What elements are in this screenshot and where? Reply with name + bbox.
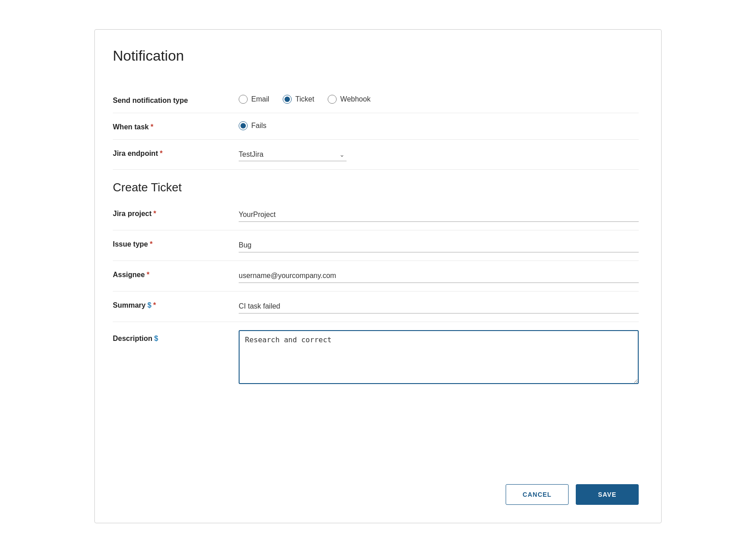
issue-type-control: [239, 238, 639, 252]
jira-project-label: Jira project *: [113, 208, 239, 218]
jira-endpoint-dropdown-container: TestJira Jira2 Jira3 ⌄: [239, 148, 347, 161]
webhook-radio-label[interactable]: Webhook: [328, 95, 370, 104]
fails-radio-label[interactable]: Fails: [239, 121, 267, 130]
ticket-radio-label[interactable]: Ticket: [283, 95, 314, 104]
assignee-input[interactable]: [239, 269, 639, 283]
page-title: Notification: [113, 48, 639, 64]
summary-row: Summary $ *: [113, 291, 639, 322]
assignee-required-star: *: [147, 271, 149, 279]
ticket-radio-text: Ticket: [295, 95, 314, 103]
issue-type-row: Issue type *: [113, 230, 639, 261]
description-label: Description $: [113, 330, 239, 343]
cancel-button[interactable]: CANCEL: [506, 484, 569, 505]
jira-endpoint-label: Jira endpoint *: [113, 148, 239, 158]
form-section: Send notification type Email Ticket Webh…: [113, 87, 639, 394]
jira-project-required-star: *: [153, 210, 156, 218]
description-textarea[interactable]: Research and correct: [239, 330, 639, 384]
assignee-control: [239, 269, 639, 283]
save-button[interactable]: SAVE: [576, 484, 639, 505]
issue-type-label: Issue type *: [113, 238, 239, 248]
jira-project-row: Jira project *: [113, 200, 639, 230]
issue-type-input[interactable]: [239, 238, 639, 252]
notification-type-control: Email Ticket Webhook: [239, 95, 639, 104]
summary-input[interactable]: [239, 300, 639, 314]
ticket-radio[interactable]: [283, 95, 292, 104]
webhook-radio[interactable]: [328, 95, 337, 104]
when-task-control: Fails: [239, 121, 639, 130]
jira-project-input[interactable]: [239, 208, 639, 222]
jira-project-control: [239, 208, 639, 222]
when-task-row: When task * Fails: [113, 113, 639, 139]
description-row: Description $ Research and correct: [113, 322, 639, 394]
fails-radio-text: Fails: [251, 122, 267, 130]
summary-dollar-sign: $: [147, 301, 151, 309]
assignee-label: Assignee *: [113, 269, 239, 279]
jira-endpoint-row: Jira endpoint * TestJira Jira2 Jira3 ⌄: [113, 140, 639, 169]
issue-type-required-star: *: [150, 240, 152, 248]
notification-type-label: Send notification type: [113, 95, 239, 105]
description-dollar-sign: $: [154, 335, 158, 343]
webhook-radio-text: Webhook: [340, 95, 370, 103]
notification-type-row: Send notification type Email Ticket Webh…: [113, 87, 639, 113]
summary-label: Summary $ *: [113, 300, 239, 309]
jira-endpoint-control: TestJira Jira2 Jira3 ⌄: [239, 148, 639, 161]
notification-dialog: Notification Send notification type Emai…: [94, 29, 662, 523]
jira-endpoint-select[interactable]: TestJira Jira2 Jira3: [239, 148, 347, 161]
when-task-required-star: *: [151, 123, 153, 131]
when-task-label: When task *: [113, 121, 239, 131]
email-radio[interactable]: [239, 95, 248, 104]
fails-radio[interactable]: [239, 121, 248, 130]
jira-endpoint-required-star: *: [160, 150, 162, 158]
buttons-row: CANCEL SAVE: [113, 457, 639, 505]
email-radio-label[interactable]: Email: [239, 95, 269, 104]
create-ticket-section-title: Create Ticket: [113, 170, 639, 200]
summary-control: [239, 300, 639, 314]
assignee-row: Assignee *: [113, 261, 639, 291]
description-control: Research and correct: [239, 330, 639, 386]
summary-required-star: *: [153, 301, 156, 309]
email-radio-text: Email: [251, 95, 269, 103]
